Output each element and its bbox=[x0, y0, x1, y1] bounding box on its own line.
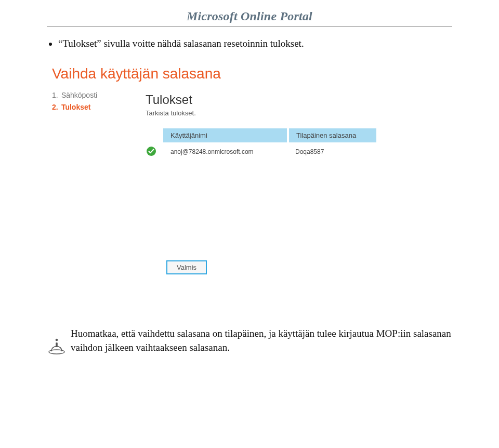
success-check-icon bbox=[147, 147, 156, 156]
intro-bullet: “Tulokset” sivulla voitte nähdä salasana… bbox=[58, 36, 452, 51]
table-row: anoj@78248.onmicrosoft.com Doqa8587 bbox=[146, 142, 376, 162]
column-header-username: Käyttäjänimi bbox=[163, 128, 288, 142]
cell-temp-password: Doqa8587 bbox=[288, 142, 376, 162]
header-rule bbox=[47, 27, 452, 27]
step-number: 1. bbox=[52, 89, 59, 102]
svg-point-1 bbox=[56, 338, 58, 341]
note-text: Huomatkaa, että vaihdettu salasana on ti… bbox=[71, 326, 452, 355]
panel-heading: Tulokset bbox=[146, 93, 452, 107]
cell-username: anoj@78248.onmicrosoft.com bbox=[163, 142, 288, 162]
results-table: Käyttäjänimi Tilapäinen salasana bbox=[146, 128, 376, 162]
password-reset-wizard: Vaihda käyttäjän salasana 1. Sähköposti … bbox=[47, 65, 452, 274]
finish-button[interactable]: Valmis bbox=[166, 260, 207, 274]
document-header: Microsoft Online Portal bbox=[47, 0, 452, 25]
panel-subtext: Tarkista tulokset. bbox=[146, 109, 452, 117]
wizard-steps: 1. Sähköposti 2. Tulokset bbox=[52, 89, 130, 274]
wizard-title: Vaihda käyttäjän salasana bbox=[52, 65, 452, 82]
step-label: Sähköposti bbox=[61, 91, 97, 99]
step-label: Tulokset bbox=[61, 103, 91, 111]
wizard-step-results[interactable]: 2. Tulokset bbox=[52, 101, 130, 114]
svg-rect-2 bbox=[56, 342, 58, 347]
wizard-step-email[interactable]: 1. Sähköposti bbox=[52, 89, 130, 102]
column-header-temp-password: Tilapäinen salasana bbox=[288, 128, 376, 142]
step-number: 2. bbox=[52, 101, 59, 114]
document-title: Microsoft Online Portal bbox=[187, 9, 312, 23]
info-icon bbox=[47, 335, 67, 355]
